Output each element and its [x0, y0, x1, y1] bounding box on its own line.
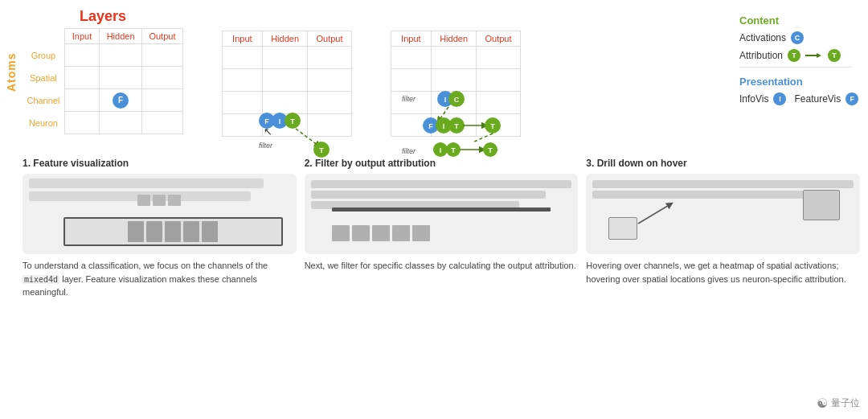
cell-n2 — [100, 112, 142, 134]
cell2-s3 — [308, 69, 352, 92]
layers-title: Layers — [80, 8, 126, 24]
cell3-s2 — [432, 69, 477, 92]
activations-item: Activations C — [739, 31, 852, 44]
cell-c3 — [141, 89, 182, 112]
col-header-hidden-1: Hidden — [100, 29, 142, 44]
row-group-2 — [191, 47, 222, 69]
cell3-s1 — [391, 69, 432, 92]
cell-g1 — [64, 44, 99, 67]
infovis-item: InfoVis I — [739, 92, 786, 105]
activations-label: Activations — [739, 32, 786, 43]
cell-n3 — [141, 112, 182, 134]
cell2-g1 — [222, 47, 263, 69]
atoms-label: Atoms — [5, 53, 18, 92]
cell3-c1 — [391, 92, 432, 114]
attribution-label: Attribution — [739, 50, 783, 61]
row-neuron-3 — [360, 114, 391, 137]
cell2-c1 — [222, 92, 263, 114]
s2-filter-bar — [332, 207, 551, 212]
cell2-c2 — [263, 92, 308, 114]
cell3-g3 — [477, 47, 521, 69]
row-spatial-1: Spatial — [23, 67, 64, 89]
grids-area: Layers Input Hidden Output Group — [23, 8, 723, 137]
cell2-s1 — [222, 69, 263, 92]
cell-s2 — [100, 67, 142, 89]
badge-f-1: F — [113, 92, 129, 109]
watermark-icon: ☯ — [817, 396, 828, 411]
cell2-n1 — [222, 114, 263, 137]
row-neuron-1: Neuron — [23, 112, 64, 134]
step-1-desc: To understand a classification, we focus… — [23, 259, 297, 299]
cell-c2: F — [100, 89, 142, 112]
col-header-output-3: Output — [477, 31, 521, 47]
grid-3: Input Hidden Output — [360, 31, 521, 137]
row-neuron-2 — [191, 114, 222, 137]
step-3-image — [586, 174, 860, 254]
col-header-input-2: Input — [222, 31, 263, 47]
featurevis-badge: F — [845, 92, 858, 105]
sidebar: Content Activations C Attribution T T Pr… — [731, 8, 860, 137]
s2-bg-content — [311, 180, 572, 209]
infovis-badge: I — [773, 92, 786, 105]
row-spatial-3 — [360, 69, 391, 92]
watermark: ☯ 量子位 — [817, 396, 860, 411]
col-header-input-3: Input — [391, 31, 432, 47]
step-3-title: 3. Drill down on hover — [586, 158, 860, 169]
s1-top-cells — [137, 195, 181, 206]
steps-section: 1. Feature visualization — [0, 151, 868, 306]
step-1-title: 1. Feature visualization — [23, 158, 297, 169]
col-header-hidden-3: Hidden — [432, 31, 477, 47]
s3-arrow-svg — [586, 174, 860, 254]
row-group-3 — [360, 47, 391, 69]
cell3-s3 — [477, 69, 521, 92]
step-3-desc: Hovering over channels, we get a heatmap… — [586, 259, 860, 285]
cell2-n2 — [263, 114, 308, 137]
cell-n1 — [64, 112, 99, 134]
col-header-output-2: Output — [308, 31, 352, 47]
step-2-title: 2. Filter by output attribution — [305, 158, 579, 169]
col-header-output-1: Output — [141, 29, 182, 44]
divider-1 — [739, 67, 852, 68]
cell2-g3 — [308, 47, 352, 69]
col-header-input-1: Input — [64, 29, 99, 44]
attribution-item: Attribution T T — [739, 49, 852, 62]
step-2: 2. Filter by output attribution — [305, 158, 579, 299]
cell3-c2 — [432, 92, 477, 114]
row-group-1: Group — [23, 44, 64, 67]
presentation-title: Presentation — [739, 76, 852, 88]
atoms-label-container: Atoms — [0, 8, 23, 137]
col-header-hidden-2: Hidden — [263, 31, 308, 47]
cell-g2 — [100, 44, 142, 67]
attribution-badge-t2: T — [828, 49, 841, 62]
arrow-svg — [805, 51, 823, 60]
top-section: Atoms Layers Input Hidden Output — [0, 0, 868, 145]
watermark-text: 量子位 — [831, 396, 860, 410]
row-channel-3 — [360, 92, 391, 114]
cell-g3 — [141, 44, 182, 67]
activations-badge: C — [791, 31, 804, 44]
cell3-n1 — [391, 114, 432, 137]
filter-label-2: filter — [259, 142, 273, 150]
cell3-c3 — [477, 92, 521, 114]
cell2-c3 — [308, 92, 352, 114]
step-1: 1. Feature visualization — [23, 158, 297, 299]
featurevis-label: FeatureVis — [794, 93, 841, 105]
step-2-desc: Next, we filter for specific classes by … — [305, 259, 579, 273]
grid-2-table: Input Hidden Output — [191, 31, 352, 137]
row-channel-2 — [191, 92, 222, 114]
content-title: Content — [739, 14, 852, 27]
cell2-s2 — [263, 69, 308, 92]
grid-3-table: Input Hidden Output — [360, 31, 521, 137]
cell-s3 — [141, 67, 182, 89]
svg-line-2 — [638, 204, 670, 224]
cell-s1 — [64, 67, 99, 89]
cell3-n3 — [477, 114, 521, 137]
cell3-g2 — [432, 47, 477, 69]
step-3: 3. Drill down on hover — [586, 158, 860, 299]
attribution-badge-t1: T — [788, 49, 800, 62]
cell3-n2 — [432, 114, 477, 137]
row-spatial-2 — [191, 69, 222, 92]
step-1-image — [23, 174, 297, 254]
row-channel-1: Channel — [23, 89, 64, 112]
grid-1: Layers Input Hidden Output Group — [23, 8, 183, 137]
